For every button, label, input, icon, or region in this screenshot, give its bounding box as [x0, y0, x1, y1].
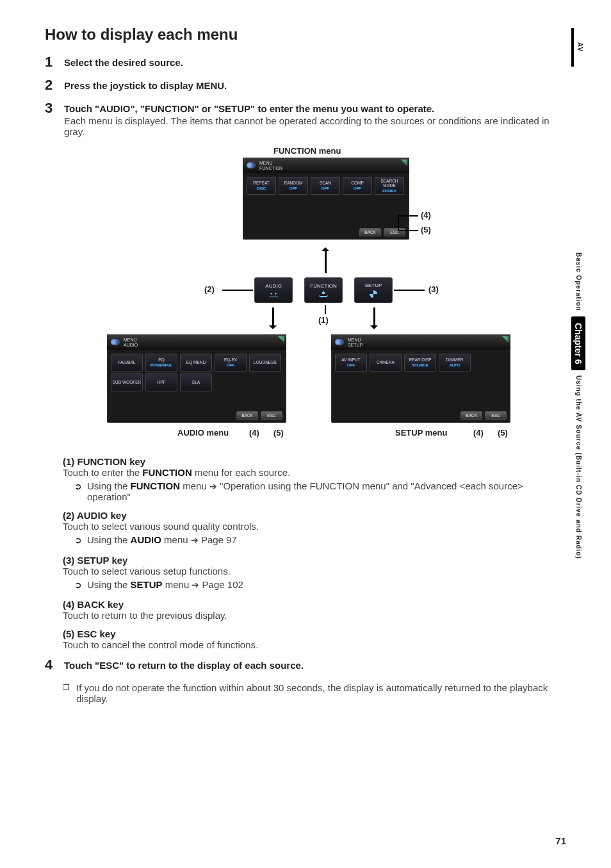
- screen-button[interactable]: SEARCH MODEFF/REV: [375, 177, 404, 195]
- step-2-bold: MENU: [196, 80, 224, 91]
- callout-4: (4): [473, 428, 484, 438]
- key-desc: Touch to select various sound quality co…: [63, 521, 541, 532]
- setup-key[interactable]: SETUP: [354, 277, 393, 303]
- key-desc: Touch to select various setup functions.: [63, 566, 541, 577]
- setup-icon: [370, 290, 377, 298]
- screen-button[interactable]: SLA: [180, 373, 212, 391]
- tab-basic-operation: Basic Operation: [575, 252, 582, 311]
- cross-ref: ➲ Using the FUNCTION menu ➔ "Operation u…: [63, 480, 541, 502]
- callout-5: (5): [421, 225, 431, 234]
- arrow-up-icon: [325, 250, 327, 273]
- step-number: 3: [45, 101, 56, 137]
- t: menu: [163, 579, 192, 590]
- step-4-note: ❐ If you do not operate the function wit…: [45, 681, 566, 704]
- key-head: (4) BACK key: [63, 599, 541, 610]
- t: menu for each source.: [192, 467, 290, 478]
- screen-button[interactable]: REPEATDISC: [247, 177, 276, 195]
- hdr-menu: MENU: [124, 338, 138, 342]
- screen-button[interactable]: SCANOFF: [311, 177, 340, 195]
- hdr-audio: AUDIO: [124, 343, 138, 347]
- step-4: 4 Touch "ESC" to return to the display o…: [45, 658, 566, 672]
- t: FUNCTION: [131, 480, 181, 491]
- arrow-right-icon: ➔: [191, 580, 199, 590]
- disc-icon: [111, 339, 120, 345]
- hdr-menu: MENU: [348, 338, 363, 342]
- arrow-right-icon: ➔: [191, 535, 199, 545]
- screen-header: MENUSETUP: [331, 334, 510, 350]
- screen-button[interactable]: RANDOMOFF: [279, 177, 308, 195]
- callout-5: (5): [498, 428, 508, 438]
- back-button[interactable]: BACK: [359, 228, 381, 236]
- t: AUDIO: [131, 534, 161, 545]
- callout-4: (4): [249, 428, 259, 438]
- screen-button[interactable]: LOUDNESS: [249, 354, 281, 372]
- audio-key[interactable]: AUDIO: [254, 277, 293, 303]
- step-3-title: Touch "AUDIO", "FUNCTION" or "SETUP" to …: [64, 103, 566, 114]
- page-title: How to display each menu: [45, 26, 566, 44]
- leader-line: [325, 305, 326, 314]
- cross-ref: ➲ Using the AUDIO menu ➔ Page 97: [63, 534, 541, 547]
- callout-1: (1): [318, 315, 329, 325]
- setup-button-row: AV INPUTOFFCAMERAREAR DISPSOURCEDIMMERAU…: [331, 350, 510, 372]
- reference-icon: ➲: [74, 534, 82, 547]
- screen-button[interactable]: DIMMERAUTO: [439, 354, 471, 372]
- t: Page 97: [199, 534, 237, 545]
- function-icon: [319, 291, 328, 297]
- esc-button[interactable]: ESC: [384, 228, 405, 236]
- screen-button[interactable]: EQ MENU: [180, 354, 212, 372]
- key-function: (1) FUNCTION key Touch to enter the FUNC…: [63, 456, 541, 502]
- step-2-pre: Press the joystick to display: [64, 80, 196, 91]
- step-2: 2 Press the joystick to display MENU.: [45, 78, 566, 92]
- t: FUNCTION: [142, 467, 192, 478]
- screen-header: MENUFUNCTION: [243, 158, 409, 173]
- page-number: 71: [555, 835, 566, 846]
- disc-icon: [247, 162, 256, 168]
- key-head: (2) AUDIO key: [63, 510, 541, 521]
- key-head: (5) ESC key: [63, 628, 541, 639]
- screen-button[interactable]: AV INPUTOFF: [335, 354, 367, 372]
- reference-icon: ➲: [74, 579, 82, 592]
- screen-button[interactable]: SUB WOOFER: [111, 373, 143, 391]
- audio-icon: [269, 291, 278, 297]
- screen-button[interactable]: COMPOFF: [343, 177, 372, 195]
- screen-button[interactable]: EQPOWERFUL: [145, 354, 177, 372]
- footer-buttons: BACK ESC: [236, 411, 282, 420]
- esc-button[interactable]: ESC: [485, 411, 507, 420]
- reference-icon: ➲: [74, 480, 82, 493]
- tab-using-av-source: Using the AV Source (Built-in CD Drive a…: [575, 375, 582, 559]
- t: Using the: [87, 534, 131, 545]
- step-1-title: Select the desired source.: [64, 57, 566, 68]
- function-key[interactable]: FUNCTION: [304, 277, 343, 303]
- setup-key-label: SETUP: [365, 283, 382, 288]
- key-setup: (3) SETUP key Touch to select various se…: [63, 555, 541, 592]
- key-descriptions: (1) FUNCTION key Touch to enter the FUNC…: [45, 456, 566, 650]
- callout-4: (4): [421, 210, 431, 220]
- screen-button[interactable]: REAR DISPSOURCE: [404, 354, 436, 372]
- back-button[interactable]: BACK: [460, 411, 482, 420]
- screen-button[interactable]: EQ-EXOFF: [215, 354, 247, 372]
- side-tabs: AV Basic Operation Chapter 6 Using the A…: [571, 28, 585, 559]
- step-3: 3 Touch "AUDIO", "FUNCTION" or "SETUP" t…: [45, 101, 566, 137]
- screen-button[interactable]: CAMERA: [370, 354, 402, 372]
- screen-button[interactable]: FAD/BAL: [111, 354, 143, 372]
- key-head: (3) SETUP key: [63, 555, 541, 566]
- t: menu: [180, 480, 209, 491]
- ref-text: Using the AUDIO menu ➔ Page 97: [87, 534, 541, 545]
- t: SETUP: [131, 579, 163, 590]
- function-screen: MENUFUNCTION REPEATDISCRANDOMOFFSCANOFFC…: [243, 158, 409, 240]
- esc-button[interactable]: ESC: [261, 411, 282, 420]
- t: Touch to enter the: [63, 467, 142, 478]
- leader-line: [399, 215, 418, 217]
- callout-3: (3): [428, 284, 439, 294]
- hdr-menu: MENU: [259, 161, 282, 165]
- audio-button-row-2: SUB WOOFERHPFSLA: [107, 372, 286, 391]
- back-button[interactable]: BACK: [236, 411, 258, 420]
- hdr-function: FUNCTION: [259, 166, 282, 170]
- callout-5: (5): [273, 428, 284, 438]
- arrow-right-icon: ➔: [209, 481, 217, 491]
- disc-icon: [335, 339, 344, 345]
- screen-button[interactable]: HPF: [145, 373, 177, 391]
- leader-line: [394, 290, 425, 291]
- leader-line: [398, 215, 399, 231]
- step-number: 1: [45, 55, 56, 69]
